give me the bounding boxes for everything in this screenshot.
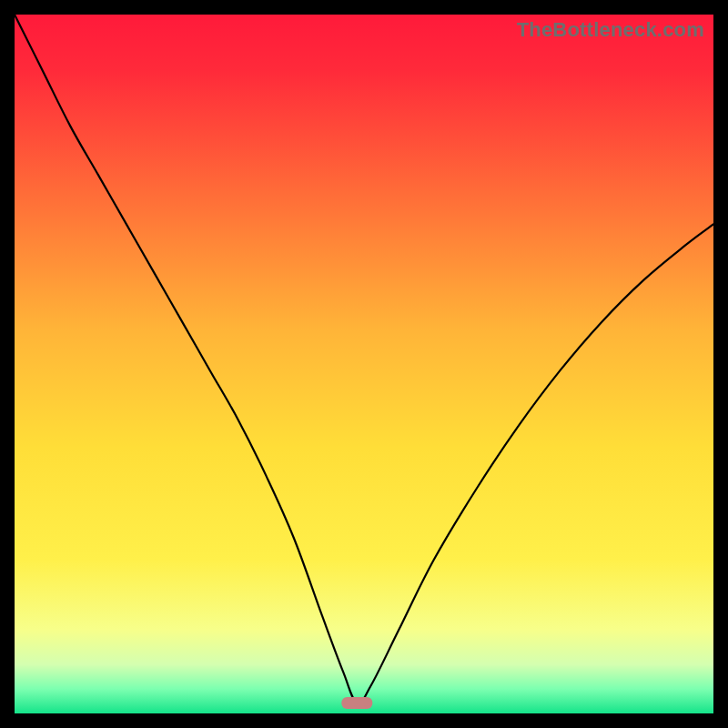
plot-area: TheBottleneck.com (15, 15, 713, 713)
bottleneck-chart (15, 15, 713, 713)
chart-frame: TheBottleneck.com (0, 0, 728, 728)
minimum-marker (341, 697, 372, 709)
gradient-background (15, 15, 713, 713)
watermark-text: TheBottleneck.com (517, 18, 704, 42)
